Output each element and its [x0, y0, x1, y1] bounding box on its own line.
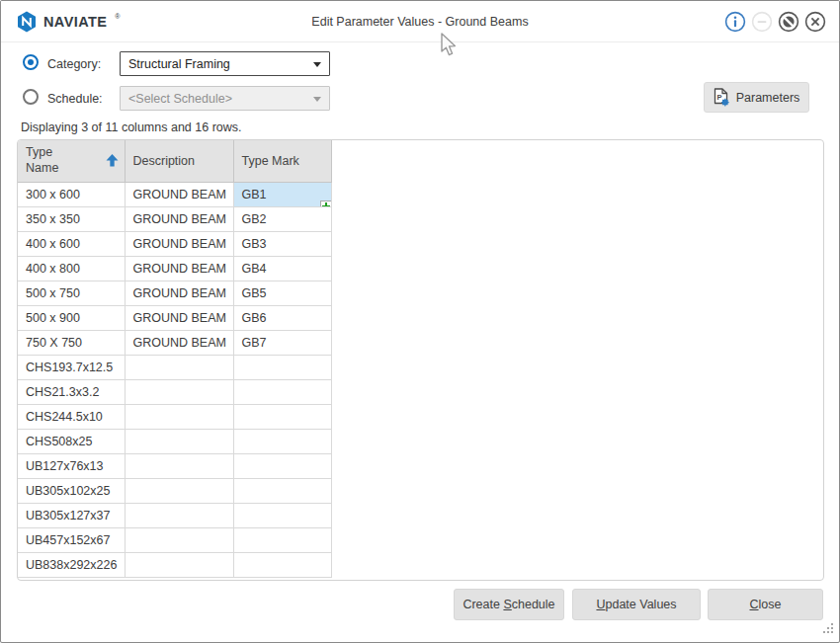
cell-type-mark[interactable]: [233, 379, 331, 404]
cell-type-name[interactable]: CHS508x25: [18, 429, 125, 453]
cell-description[interactable]: [125, 379, 233, 404]
cell-description[interactable]: [125, 503, 233, 527]
header-description[interactable]: Description: [125, 140, 233, 182]
svg-text:P: P: [716, 93, 721, 102]
cell-type-mark[interactable]: GB2: [233, 206, 331, 231]
cell-description[interactable]: [125, 478, 233, 503]
cell-type-name[interactable]: 300 x 600: [18, 182, 125, 206]
minimize-icon: [751, 11, 773, 33]
cell-type-name[interactable]: 500 x 750: [18, 281, 125, 305]
cell-type-mark[interactable]: [233, 355, 331, 379]
cell-type-name[interactable]: 400 x 800: [18, 256, 125, 281]
table-row: UB305x102x25: [18, 478, 331, 503]
status-text: Displaying 3 of 11 columns and 16 rows.: [21, 121, 242, 134]
cell-type-name[interactable]: UB305x102x25: [18, 478, 125, 503]
cell-description[interactable]: GROUND BEAM: [125, 206, 233, 231]
cell-type-name[interactable]: CHS21.3x3.2: [18, 379, 125, 404]
cell-type-mark[interactable]: [233, 429, 331, 453]
info-icon: [724, 11, 746, 33]
cell-description[interactable]: [125, 429, 233, 453]
table-row: 750 X 750 GROUND BEAM GB7: [18, 330, 331, 355]
dialog-title: Edit Parameter Values - Ground Beams: [1, 15, 839, 29]
cell-type-mark[interactable]: GB4: [233, 256, 331, 281]
cell-type-mark[interactable]: [233, 527, 331, 552]
header-type-mark[interactable]: Type Mark: [233, 140, 331, 182]
fill-handle-plus-icon[interactable]: [320, 201, 332, 207]
titlebar: NAVIATE® Edit Parameter Values - Ground …: [1, 1, 839, 42]
cell-description[interactable]: [125, 404, 233, 429]
cell-type-name[interactable]: UB457x152x67: [18, 527, 125, 552]
cell-type-mark[interactable]: [233, 478, 331, 503]
category-dropdown[interactable]: Structural Framing: [120, 51, 330, 76]
category-radio[interactable]: [23, 54, 39, 70]
table-row: CHS193.7x12.5: [18, 355, 331, 379]
category-dropdown-value: Structural Framing: [128, 57, 230, 71]
cell-description[interactable]: GROUND BEAM: [125, 305, 233, 330]
header-type-name[interactable]: Type Name: [18, 140, 125, 182]
close-button[interactable]: [803, 10, 826, 33]
naviate-hexagon-icon: [17, 11, 37, 33]
close-dialog-button[interactable]: Close: [708, 589, 823, 620]
cell-description[interactable]: GROUND BEAM: [125, 231, 233, 256]
edit-parameter-values-dialog: NAVIATE® Edit Parameter Values - Ground …: [0, 0, 840, 643]
cell-description[interactable]: GROUND BEAM: [125, 256, 233, 281]
parameter-table-container: Type Name Description Type Mark 300 x 60…: [17, 139, 824, 581]
chevron-down-icon: [313, 97, 321, 102]
cell-type-mark[interactable]: GB6: [233, 305, 331, 330]
cell-type-mark[interactable]: [233, 404, 331, 429]
cell-type-mark[interactable]: [233, 552, 331, 577]
cell-type-name[interactable]: CHS193.7x12.5: [18, 355, 125, 379]
cell-description[interactable]: GROUND BEAM: [125, 281, 233, 305]
table-row: UB838x292x226: [18, 552, 331, 577]
cell-type-mark[interactable]: GB3: [233, 231, 331, 256]
cell-type-mark[interactable]: [233, 453, 331, 478]
info-button[interactable]: [723, 10, 746, 33]
update-values-button[interactable]: Update Values: [572, 589, 701, 620]
titlebar-buttons: [723, 10, 826, 33]
cell-type-mark[interactable]: [233, 503, 331, 527]
table-row: 400 x 600 GROUND BEAM GB3: [18, 231, 331, 256]
table-row: 350 x 350 GROUND BEAM GB2: [18, 206, 331, 231]
cell-type-name[interactable]: 400 x 600: [18, 231, 125, 256]
parameter-table: Type Name Description Type Mark 300 x 60…: [18, 140, 332, 578]
table-row: CHS244.5x10: [18, 404, 331, 429]
cell-type-name[interactable]: UB127x76x13: [18, 453, 125, 478]
schedule-dropdown: <Select Schedule>: [120, 86, 330, 111]
cell-description[interactable]: [125, 552, 233, 577]
cell-type-name[interactable]: 350 x 350: [18, 206, 125, 231]
table-row: UB305x127x37: [18, 503, 331, 527]
cell-description[interactable]: GROUND BEAM: [125, 182, 233, 206]
schedule-dropdown-value: <Select Schedule>: [128, 92, 232, 106]
create-schedule-button[interactable]: Create Schedule: [454, 589, 564, 620]
schedule-radio[interactable]: [23, 89, 39, 105]
table-row: UB457x152x67: [18, 527, 331, 552]
block-button[interactable]: [777, 10, 799, 33]
table-row: 500 x 750 GROUND BEAM GB5: [18, 281, 331, 305]
cell-type-mark[interactable]: GB5: [233, 281, 331, 305]
cell-type-name[interactable]: CHS244.5x10: [18, 404, 125, 429]
table-row: CHS21.3x3.2: [18, 379, 331, 404]
cell-type-name[interactable]: UB305x127x37: [18, 503, 125, 527]
category-label: Category:: [47, 57, 101, 71]
brand-registered-mark: ®: [115, 13, 120, 20]
cell-type-mark-selected[interactable]: GB1: [233, 182, 331, 206]
table-header-row: Type Name Description Type Mark: [18, 140, 331, 182]
cell-type-mark[interactable]: GB7: [233, 330, 331, 355]
table-row: 500 x 900 GROUND BEAM GB6: [18, 305, 331, 330]
resize-grip[interactable]: [820, 623, 834, 635]
parameters-button[interactable]: P Parameters: [704, 82, 809, 113]
parameters-document-icon: P: [714, 88, 729, 107]
table-row: 400 x 800 GROUND BEAM GB4: [18, 256, 331, 281]
cell-description[interactable]: [125, 453, 233, 478]
cell-description[interactable]: [125, 355, 233, 379]
cell-description[interactable]: GROUND BEAM: [125, 330, 233, 355]
cell-type-name[interactable]: 500 x 900: [18, 305, 125, 330]
chevron-down-icon: [313, 62, 321, 67]
sort-ascending-icon: [106, 154, 119, 167]
cell-description[interactable]: [125, 527, 233, 552]
cell-type-name[interactable]: 750 X 750: [18, 330, 125, 355]
block-icon: [778, 11, 799, 33]
brand-name: NAVIATE: [43, 14, 107, 30]
cell-type-name[interactable]: UB838x292x226: [18, 552, 125, 577]
schedule-label: Schedule:: [47, 92, 103, 106]
